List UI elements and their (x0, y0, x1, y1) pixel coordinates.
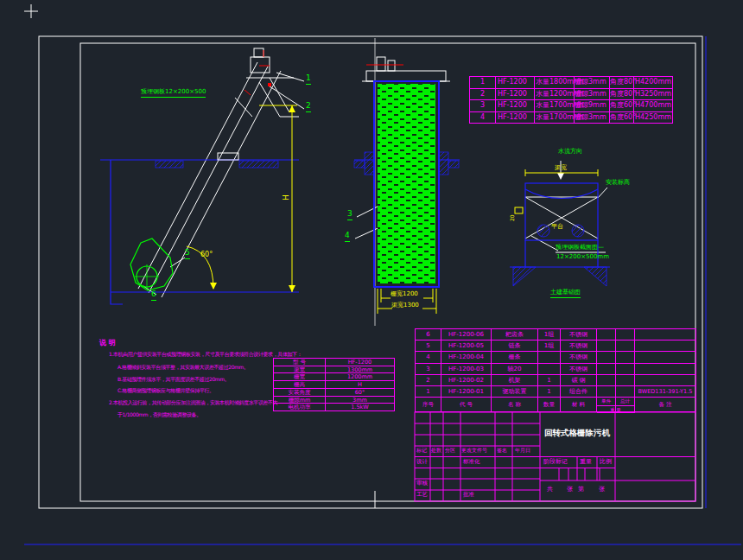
bom-header-name: 名 称 (492, 398, 538, 412)
bom-no: 3 (416, 364, 441, 375)
sheet-label: 张 (567, 487, 573, 493)
variant-flow: 水量1800m³/h (535, 77, 575, 89)
bom-unit-weight (597, 340, 616, 352)
scale-label: 比例 (600, 459, 612, 466)
rev-header-zone: 分区 (445, 448, 455, 454)
bom-material: 不锈钢 (561, 364, 597, 375)
bom-header-code: 代 号 (441, 398, 492, 412)
bom-unit-weight (597, 352, 616, 363)
variant-angle: 角度80° (610, 77, 634, 89)
bom-unit-weight (597, 364, 616, 375)
bom-total-weight (616, 329, 635, 340)
bom-material: 不锈钢 (561, 352, 597, 363)
bom-no: 2 (416, 375, 441, 386)
crosshair-cursor-icon[interactable] (24, 4, 38, 18)
bom-total-weight (616, 375, 635, 386)
bom-no: 5 (416, 340, 441, 352)
variant-model: HF-1200 (496, 100, 535, 112)
bom-no: 6 (416, 329, 441, 340)
bom-qty: 1组 (538, 329, 561, 340)
bom-qty (538, 364, 561, 375)
variant-gap: 栅隙3mm (575, 89, 610, 101)
bom-material: 碳 钢 (561, 375, 597, 386)
bom-total-weight (616, 352, 635, 363)
elevation-label: 安装标高 (606, 180, 630, 187)
bom-name: 链条 (492, 340, 538, 352)
variant-height: H3250mm (634, 89, 673, 101)
sheet-label-2: 张 (599, 487, 605, 493)
plate-thickness-dim: 20 (510, 214, 516, 221)
approve-label: 批准 (463, 492, 474, 498)
bom-code: HF-1200-04 (441, 352, 492, 363)
rev-header-count: 处数 (431, 448, 441, 454)
flow-direction-label: 水流方向 (558, 149, 582, 156)
spec-label: 型 号 (274, 359, 326, 366)
embedded-plate-label: 预埋钢板12×200×500 (141, 89, 206, 98)
detail-flow-arrow (525, 161, 607, 252)
spec-value: 1.5kW (326, 404, 395, 411)
note-line: 1.本机由用户提供安装平台或预埋钢板安装，尺寸及平台要求须符合设计要求，具体如下… (109, 351, 302, 359)
spec-table: 型 号 HF-1200 渠宽 1300mm 栅宽 1200mm 栅高 H 安装角… (273, 358, 395, 411)
variant-height: H4700mm (634, 100, 673, 112)
side-view-channel (100, 160, 299, 304)
variant-no: 4 (470, 112, 496, 124)
bom-header-no: 序号 (416, 398, 441, 412)
lower-sprocket (130, 239, 173, 290)
detail-top-dim (515, 169, 598, 213)
check-label: 审核 (416, 480, 428, 487)
bom-name: 驱动装置 (492, 386, 538, 398)
bom-code: HF-1200-05 (441, 340, 492, 352)
variant-angle: 角度60° (610, 112, 634, 124)
bom-header-remark: 备 注 (635, 398, 696, 412)
bom-unit-weight (597, 386, 616, 398)
bom-material: 不锈钢 (561, 340, 597, 352)
variant-no: 1 (470, 77, 496, 89)
note-line: B.基础预埋件须水平，其平面度误差不超过20mm。 (117, 376, 229, 384)
bom-code: HF-1200-06 (441, 329, 492, 340)
section-size: 12×200×500mm (556, 254, 609, 261)
bom-remark (635, 364, 696, 375)
bom-header-material: 材 料 (561, 398, 597, 412)
bom-header: 序号 代 号 名 称 数量 材 料 单件 总计 备 注 重 量 (415, 397, 695, 412)
bom-code: HF-1200-02 (441, 375, 492, 386)
bom-name: 轴20 (492, 364, 538, 375)
bom-material: 不锈钢 (561, 329, 597, 340)
bom-table: 6 HF-1200-06 耙齿条 1组 不锈钢 5 HF-1200-05 链条 … (415, 328, 696, 398)
spec-label: 电机功率 (274, 404, 326, 411)
note-line: A.格栅倾斜安装平台须平整，其安装最大误差不超过20mm。 (117, 364, 249, 372)
sheet-total-label: 共 (547, 487, 553, 493)
bom-name: 栅条 (492, 352, 538, 363)
bom-header-qty: 数量 (538, 398, 561, 412)
bom-remark (635, 329, 696, 340)
drawing-title: 回转式格栅除污机 (544, 429, 610, 437)
bom-qty: 1 (538, 375, 561, 386)
variant-table: 1 HF-1200 水量1800m³/h 栅隙3mm 角度80° H4200mm… (469, 76, 673, 124)
variant-gap: 栅隙3mm (575, 112, 610, 124)
note-line: 于1/1000mm，否则需校验调整设备。 (117, 411, 201, 419)
stage-mark-label: 阶段标记 (543, 459, 568, 466)
bom-no: 4 (416, 352, 441, 363)
bom-remark (635, 375, 696, 386)
bom-name: 耙齿条 (492, 329, 538, 340)
variant-no: 2 (470, 89, 496, 101)
bom-remark (635, 340, 696, 352)
note-line: 2.本机投入运行前，其传动部分应加注润滑油，安装本机时倾斜度水平误差不大 (109, 399, 277, 407)
bom-remark (635, 352, 696, 363)
spec-label: 栅隙mm (274, 397, 326, 404)
sheet-no-label: 第 (578, 487, 584, 493)
bom-remark: BWED131-391-Y1.5 (635, 386, 696, 398)
variant-flow: 水量1700m³/h (535, 100, 575, 112)
platform-label: 平台 (551, 224, 563, 231)
bom-unit-weight (597, 329, 616, 340)
bom-name: 机架 (492, 375, 538, 386)
variant-model: HF-1200 (496, 112, 535, 124)
notes-title: 说 明 (99, 340, 116, 347)
bom-total-weight (616, 364, 635, 375)
bom-code: HF-1200-01 (441, 386, 492, 398)
rev-header-sign: 签名 (497, 448, 507, 454)
variant-height: H4250mm (634, 112, 673, 124)
bom-total-weight (616, 386, 635, 398)
variant-angle: 角度80° (610, 89, 634, 101)
spec-value: H (326, 381, 395, 389)
bom-total-weight (616, 340, 635, 352)
